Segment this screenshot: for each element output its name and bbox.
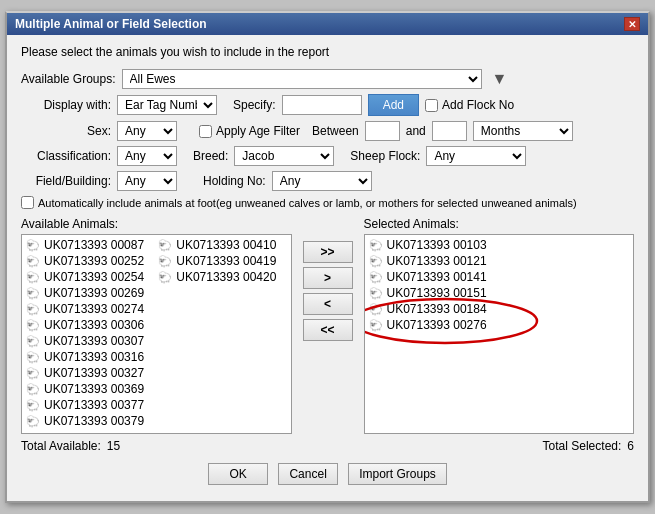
bottom-buttons: OK Cancel Import Groups bbox=[21, 463, 634, 491]
list-item[interactable]: 🐑 UK0713393 00306 bbox=[24, 317, 156, 333]
sheep-icon: 🐑 bbox=[158, 238, 172, 252]
list-item[interactable]: 🐑 UK0713393 00087 bbox=[24, 237, 156, 253]
sex-age-row: Sex: Any Male Female Apply Age Filter Be… bbox=[21, 121, 634, 141]
sex-select[interactable]: Any Male Female bbox=[117, 121, 177, 141]
breed-select[interactable]: Jacob Any bbox=[234, 146, 334, 166]
list-item[interactable]: 🐑 UK0713393 00410 bbox=[156, 237, 288, 253]
list-item[interactable]: 🐑 UK0713393 00307 bbox=[24, 333, 156, 349]
sheep-icon: 🐑 bbox=[26, 270, 40, 284]
svg-text:🐑: 🐑 bbox=[158, 238, 172, 252]
svg-text:🐑: 🐑 bbox=[369, 318, 383, 332]
window-title: Multiple Animal or Field Selection bbox=[15, 17, 207, 31]
available-animals-list[interactable]: 🐑 UK0713393 00087 🐑 UK0713393 00252 🐑 UK… bbox=[21, 234, 292, 434]
available-animals-section: Available Animals: 🐑 UK0713393 00087 🐑 U… bbox=[21, 217, 292, 434]
list-item[interactable]: 🐑 UK0713393 00269 bbox=[24, 285, 156, 301]
list-item[interactable]: 🐑 UK0713393 00254 bbox=[24, 269, 156, 285]
list-item[interactable]: 🐑 UK0713393 00419 bbox=[156, 253, 288, 269]
transfer-left-button[interactable]: < bbox=[303, 293, 353, 315]
specify-input[interactable] bbox=[282, 95, 362, 115]
classification-label: Classification: bbox=[21, 149, 111, 163]
close-button[interactable]: ✕ bbox=[624, 17, 640, 31]
import-groups-button[interactable]: Import Groups bbox=[348, 463, 447, 485]
sheep-icon: 🐑 bbox=[369, 238, 383, 252]
list-item[interactable]: 🐑 UK0713393 00184 bbox=[367, 301, 632, 317]
list-item[interactable]: 🐑 UK0713393 00103 bbox=[367, 237, 632, 253]
transfer-right-button[interactable]: > bbox=[303, 267, 353, 289]
svg-text:🐑: 🐑 bbox=[26, 398, 40, 412]
sheep-icon: 🐑 bbox=[26, 366, 40, 380]
field-building-label: Field/Building: bbox=[21, 174, 111, 188]
total-selected-value: 6 bbox=[627, 439, 634, 453]
sheep-icon: 🐑 bbox=[26, 238, 40, 252]
dialog-window: Multiple Animal or Field Selection ✕ Ple… bbox=[5, 11, 650, 503]
total-available-area: Total Available: 15 bbox=[21, 439, 120, 453]
total-selected-area: Total Selected: 6 bbox=[543, 439, 634, 453]
total-available-label: Total Available: bbox=[21, 439, 101, 453]
svg-text:🐑: 🐑 bbox=[26, 302, 40, 316]
sheep-icon: 🐑 bbox=[369, 302, 383, 316]
add-flock-no-checkbox[interactable] bbox=[425, 99, 438, 112]
display-with-select[interactable]: Ear Tag Number Name Management Tag bbox=[117, 95, 217, 115]
months-select[interactable]: Months Years Days bbox=[473, 121, 573, 141]
sheep-icon: 🐑 bbox=[369, 254, 383, 268]
selected-animals-label: Selected Animals: bbox=[364, 217, 635, 231]
auto-include-checkbox[interactable] bbox=[21, 196, 34, 209]
lists-area: Available Animals: 🐑 UK0713393 00087 🐑 U… bbox=[21, 217, 634, 434]
svg-text:🐑: 🐑 bbox=[26, 382, 40, 396]
list-item[interactable]: 🐑 UK0713393 00316 bbox=[24, 349, 156, 365]
list-item-highlighted[interactable]: 🐑 UK0713393 00276 bbox=[367, 317, 632, 333]
totals-row: Total Available: 15 Total Selected: 6 bbox=[21, 439, 634, 453]
sheep-icon: 🐑 bbox=[26, 318, 40, 332]
available-groups-select[interactable]: All Ewes All Animals All Rams bbox=[122, 69, 482, 89]
and-label: and bbox=[406, 124, 426, 138]
age-from-input[interactable]: 0 bbox=[365, 121, 400, 141]
field-building-select[interactable]: Any bbox=[117, 171, 177, 191]
list-item[interactable]: 🐑 UK0713393 00151 bbox=[367, 285, 632, 301]
svg-text:🐑: 🐑 bbox=[26, 350, 40, 364]
breed-label: Breed: bbox=[193, 149, 228, 163]
sheep-icon: 🐑 bbox=[26, 254, 40, 268]
total-selected-label: Total Selected: bbox=[543, 439, 622, 453]
ok-button[interactable]: OK bbox=[208, 463, 268, 485]
holding-no-select[interactable]: Any bbox=[272, 171, 372, 191]
svg-text:🐑: 🐑 bbox=[26, 414, 40, 428]
sheep-icon: 🐑 bbox=[26, 414, 40, 428]
add-flock-no-label: Add Flock No bbox=[425, 98, 514, 112]
list-item[interactable]: 🐑 UK0713393 00327 bbox=[24, 365, 156, 381]
sheep-icon: 🐑 bbox=[369, 286, 383, 300]
list-item[interactable]: 🐑 UK0713393 00377 bbox=[24, 397, 156, 413]
selected-animals-section: Selected Animals: 🐑 UK0713393 00103 🐑 UK… bbox=[364, 217, 635, 434]
transfer-all-left-button[interactable]: << bbox=[303, 319, 353, 341]
age-to-input[interactable]: 0 bbox=[432, 121, 467, 141]
add-button[interactable]: Add bbox=[368, 94, 419, 116]
auto-include-row: Automatically include animals at foot(eg… bbox=[21, 196, 634, 209]
svg-text:🐑: 🐑 bbox=[158, 270, 172, 284]
available-animals-label: Available Animals: bbox=[21, 217, 292, 231]
sheep-icon: 🐑 bbox=[158, 254, 172, 268]
list-item[interactable]: 🐑 UK0713393 00252 bbox=[24, 253, 156, 269]
list-item[interactable]: 🐑 UK0713393 00141 bbox=[367, 269, 632, 285]
classification-breed-row: Classification: Any Breed: Jacob Any She… bbox=[21, 146, 634, 166]
list-item[interactable]: 🐑 UK0713393 00379 bbox=[24, 413, 156, 429]
cancel-button[interactable]: Cancel bbox=[278, 463, 338, 485]
selected-animals-list[interactable]: 🐑 UK0713393 00103 🐑 UK0713393 00121 🐑 UK… bbox=[364, 234, 635, 434]
classification-select[interactable]: Any bbox=[117, 146, 177, 166]
available-col1: 🐑 UK0713393 00087 🐑 UK0713393 00252 🐑 UK… bbox=[24, 237, 156, 429]
sheep-icon: 🐑 bbox=[369, 318, 383, 332]
list-item[interactable]: 🐑 UK0713393 00121 bbox=[367, 253, 632, 269]
specify-label: Specify: bbox=[233, 98, 276, 112]
sheep-icon: 🐑 bbox=[26, 382, 40, 396]
svg-text:🐑: 🐑 bbox=[26, 366, 40, 380]
svg-text:🐑: 🐑 bbox=[26, 270, 40, 284]
field-holding-row: Field/Building: Any Holding No: Any bbox=[21, 171, 634, 191]
apply-age-filter-checkbox[interactable] bbox=[199, 125, 212, 138]
between-label: Between bbox=[312, 124, 359, 138]
sheep-flock-select[interactable]: Any bbox=[426, 146, 526, 166]
list-item[interactable]: 🐑 UK0713393 00369 bbox=[24, 381, 156, 397]
svg-text:🐑: 🐑 bbox=[26, 318, 40, 332]
list-item[interactable]: 🐑 UK0713393 00420 bbox=[156, 269, 288, 285]
transfer-all-right-button[interactable]: >> bbox=[303, 241, 353, 263]
list-item[interactable]: 🐑 UK0713393 00274 bbox=[24, 301, 156, 317]
svg-text:🐑: 🐑 bbox=[26, 254, 40, 268]
svg-text:🐑: 🐑 bbox=[158, 254, 172, 268]
